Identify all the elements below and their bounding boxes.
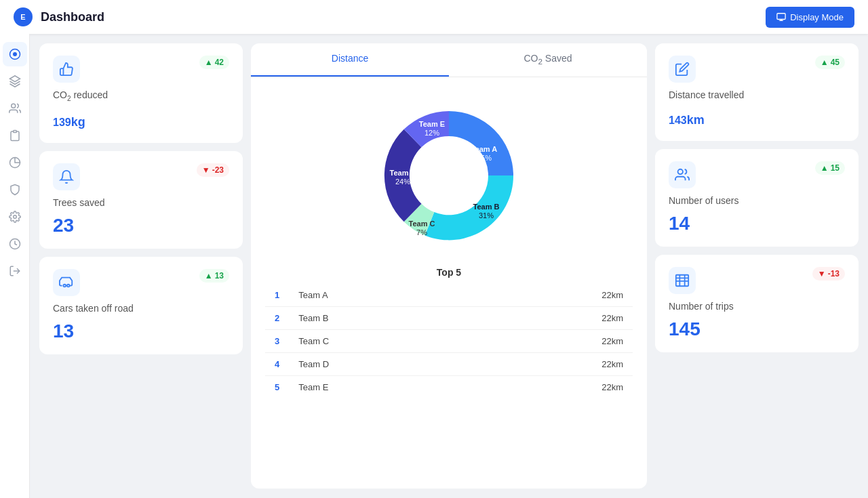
co2-card-icon (53, 56, 80, 83)
svg-rect-9 (67, 285, 70, 287)
top5-table: 1Team A22km2Team B22km3Team C22km4Team D… (264, 283, 633, 399)
svg-text:12%: 12% (425, 129, 439, 137)
users-badge: ▲ 15 (815, 161, 845, 175)
svg-rect-4 (13, 131, 16, 133)
svg-text:Team C: Team C (409, 220, 435, 228)
cars-badge-arrow: ▲ (205, 271, 213, 281)
layers-icon (9, 75, 21, 87)
clipboard-icon (9, 129, 21, 142)
svg-text:Team B: Team B (473, 203, 500, 211)
bell-icon (59, 169, 74, 184)
donut-chart: Team A 25% Team B 31% Team C 7% Team D 2… (351, 84, 547, 267)
app-logo: E (14, 7, 33, 26)
co2-value: 139kg (53, 109, 229, 131)
svg-text:24%: 24% (395, 178, 410, 186)
distance-card-header: ▲ 45 (669, 56, 845, 83)
trees-saved-card: ▼ -23 Trees saved 23 (39, 151, 243, 249)
cars-off-road-card: ▲ 13 Cars taken off road 13 (39, 257, 243, 354)
center-column: Distance CO2 Saved (251, 43, 647, 489)
right-column: ▲ 45 Distance travelled 143km ▲ 15 (655, 43, 859, 489)
cars-card-icon (53, 269, 80, 296)
cars-card-header: ▲ 13 (53, 269, 229, 296)
users-card-header: ▲ 15 (669, 161, 845, 188)
sidebar-item-logout[interactable] (3, 259, 27, 283)
top5-section: Top 5 1Team A22km2Team B22km3Team C22km4… (251, 267, 647, 406)
svg-rect-8 (63, 285, 66, 287)
trees-label: Trees saved (53, 197, 229, 208)
cars-value: 13 (53, 320, 229, 342)
sidebar-item-shield[interactable] (3, 178, 27, 202)
trips-card-header: ▼ -13 (669, 267, 845, 294)
distance-value: 143km (669, 107, 845, 129)
svg-rect-0 (777, 14, 785, 20)
trees-badge: ▼ -23 (197, 163, 229, 177)
trips-badge-arrow: ▼ (818, 269, 826, 278)
trees-card-header: ▼ -23 (53, 163, 229, 190)
svg-point-3 (11, 104, 15, 108)
left-column: ▲ 42 CO2 reduced 139kg ▼ -23 (39, 43, 243, 489)
table-row: 1Team A22km (265, 283, 633, 306)
sidebar-item-layers[interactable] (3, 69, 27, 94)
thumbsup-icon (59, 62, 74, 77)
tab-distance[interactable]: Distance (251, 43, 449, 77)
users-value: 14 (669, 213, 845, 234)
sidebar (0, 34, 30, 498)
table-row: 2Team B22km (265, 306, 633, 329)
trips-value: 145 (669, 318, 845, 340)
trees-value: 23 (53, 215, 229, 236)
chart-icon (9, 157, 21, 169)
tab-co2-saved[interactable]: CO2 Saved (449, 43, 647, 77)
svg-text:Team E: Team E (419, 120, 445, 128)
svg-text:25%: 25% (477, 154, 492, 162)
sidebar-item-users[interactable] (3, 96, 27, 121)
trips-badge: ▼ -13 (812, 267, 845, 281)
car-icon (59, 275, 74, 290)
display-icon (776, 12, 786, 22)
main-content: ▲ 42 CO2 reduced 139kg ▼ -23 (30, 34, 868, 498)
number-of-users-card: ▲ 15 Number of users 14 (655, 149, 859, 247)
trees-badge-arrow: ▼ (202, 165, 210, 175)
number-of-trips-card: ▼ -13 Number of trips 145 (655, 255, 859, 352)
co2-card-header: ▲ 42 (53, 56, 229, 83)
users-label: Number of users (669, 195, 845, 206)
donut-svg: Team A 25% Team B 31% Team C 7% Team D 2… (351, 84, 547, 267)
distance-travelled-card: ▲ 45 Distance travelled 143km (655, 43, 859, 141)
sidebar-item-home[interactable] (3, 42, 27, 66)
cars-label: Cars taken off road (53, 303, 229, 314)
chart-card: Distance CO2 Saved (251, 43, 647, 489)
layout: ▲ 42 CO2 reduced 139kg ▼ -23 (0, 34, 868, 498)
sidebar-item-chart[interactable] (3, 150, 27, 175)
users-badge-arrow: ▲ (821, 163, 829, 173)
co2-badge: ▲ 42 (199, 56, 229, 69)
svg-text:Team D: Team D (390, 169, 416, 177)
svg-text:31%: 31% (479, 211, 494, 220)
top5-title: Top 5 (264, 267, 633, 278)
shield-icon (9, 184, 21, 196)
distance-label: Distance travelled (669, 89, 845, 100)
page-title: Dashboard (41, 10, 104, 24)
co2-reduced-card: ▲ 42 CO2 reduced 139kg (39, 43, 243, 143)
sidebar-item-settings[interactable] (3, 205, 27, 229)
sidebar-item-clock[interactable] (3, 232, 27, 256)
svg-point-21 (678, 169, 683, 174)
svg-text:7%: 7% (416, 228, 427, 236)
distance-badge-arrow: ▲ (821, 58, 829, 67)
topbar: E Dashboard Display Mode (0, 0, 868, 34)
table-row: 5Team E22km (265, 375, 633, 398)
pencil-icon (675, 62, 690, 77)
users-icon (9, 102, 21, 115)
display-mode-button[interactable]: Display Mode (766, 7, 854, 28)
svg-text:Team A: Team A (471, 145, 498, 153)
table-row: 3Team C22km (265, 329, 633, 352)
chart-body: Team A 25% Team B 31% Team C 7% Team D 2… (251, 77, 647, 406)
clock-icon (9, 238, 21, 250)
sidebar-item-clipboard[interactable] (3, 123, 27, 148)
cars-badge: ▲ 13 (199, 269, 229, 283)
trees-card-icon (53, 163, 80, 190)
users-card-icon (669, 161, 696, 188)
trips-card-icon (669, 267, 696, 294)
distance-card-icon (669, 56, 696, 83)
users2-icon (675, 167, 690, 182)
svg-point-2 (13, 52, 17, 56)
distance-badge: ▲ 45 (815, 56, 845, 69)
